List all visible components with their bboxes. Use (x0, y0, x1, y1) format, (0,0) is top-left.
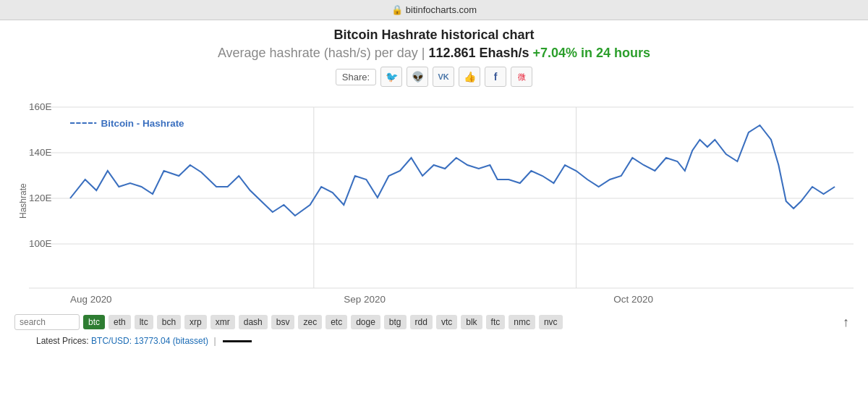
lock-icon: 🔒 (391, 4, 403, 15)
page-title: Bitcoin Hashrate historical chart (333, 28, 534, 43)
coin-zec[interactable]: zec (298, 315, 322, 329)
coin-xmr[interactable]: xmr (210, 315, 235, 329)
coin-vtc[interactable]: vtc (436, 315, 457, 329)
share-reddit-button[interactable]: 👽 (407, 67, 428, 87)
coin-bsv[interactable]: bsv (271, 315, 295, 329)
coin-xrp[interactable]: xrp (184, 315, 207, 329)
page-content: Bitcoin Hashrate historical chart Averag… (0, 20, 868, 401)
coin-btc[interactable]: btc (83, 315, 105, 329)
svg-text:100E: 100E (29, 238, 52, 249)
share-vk-button[interactable]: VK (433, 67, 454, 87)
coin-blk[interactable]: blk (461, 315, 482, 329)
chart-container[interactable]: 160E 140E 120E 100E Aug 2020 Sep 2020 Oc… (29, 93, 854, 310)
svg-text:160E: 160E (29, 101, 52, 112)
share-weibo-button[interactable]: 微 (511, 67, 532, 87)
svg-text:Sep 2020: Sep 2020 (344, 294, 386, 305)
svg-text:140E: 140E (29, 147, 52, 158)
hashrate-chart: 160E 140E 120E 100E Aug 2020 Sep 2020 Oc… (29, 93, 854, 310)
coin-etc[interactable]: etc (326, 315, 347, 329)
svg-text:Oct 2020: Oct 2020 (613, 294, 653, 305)
url-bar: bitinfocharts.com (406, 4, 477, 15)
subtitle-line: Average hashrate (hash/s) per day | 112.… (218, 46, 650, 61)
latest-prices-label: Latest Prices: (36, 336, 89, 346)
share-bar: Share: 🐦 👽 VK 👍 f 微 (336, 67, 532, 87)
hashrate-change: +7.04% in 24 hours (533, 46, 651, 60)
coin-rdd[interactable]: rdd (410, 315, 433, 329)
bottom-bar: btc eth ltc bch xrp xmr dash bsv zec etc… (14, 310, 854, 333)
chart-wrapper: Hashrate 160E 140E 120E 100E Aug 2020 Se… (14, 93, 854, 310)
share-label: Share: (336, 69, 376, 85)
search-input[interactable] (14, 314, 80, 330)
coin-nmc[interactable]: nmc (509, 315, 535, 329)
btc-usd-price-link[interactable]: BTC/USD: 13773.04 (bitasset) (91, 336, 208, 346)
y-axis-label: Hashrate (14, 93, 29, 310)
price-indicator-bar (223, 340, 252, 342)
coin-ltc[interactable]: ltc (135, 315, 153, 329)
scroll-up-button[interactable]: ↑ (838, 315, 854, 330)
coin-eth[interactable]: eth (109, 315, 131, 329)
latest-prices-bar: Latest Prices: BTC/USD: 13773.04 (bitass… (14, 333, 854, 347)
share-like-button[interactable]: 👍 (459, 67, 480, 87)
coin-nvc[interactable]: nvc (539, 315, 563, 329)
share-twitter-button[interactable]: 🐦 (380, 67, 402, 87)
share-facebook-button[interactable]: f (485, 67, 506, 87)
coin-dash[interactable]: dash (239, 315, 268, 329)
browser-bar: 🔒 bitinfocharts.com (0, 0, 868, 20)
coin-btg[interactable]: btg (384, 315, 407, 329)
svg-text:Aug 2020: Aug 2020 (70, 294, 112, 305)
svg-text:120E: 120E (29, 193, 52, 203)
subtitle-prefix: Average hashrate (hash/s) per day | (218, 46, 429, 60)
hashrate-value: 112.861 Ehash/s (428, 46, 529, 60)
coin-bch[interactable]: bch (157, 315, 181, 329)
coin-ftc[interactable]: ftc (486, 315, 506, 329)
coin-doge[interactable]: doge (351, 315, 380, 329)
svg-text:Bitcoin - Hashrate: Bitcoin - Hashrate (101, 118, 184, 129)
